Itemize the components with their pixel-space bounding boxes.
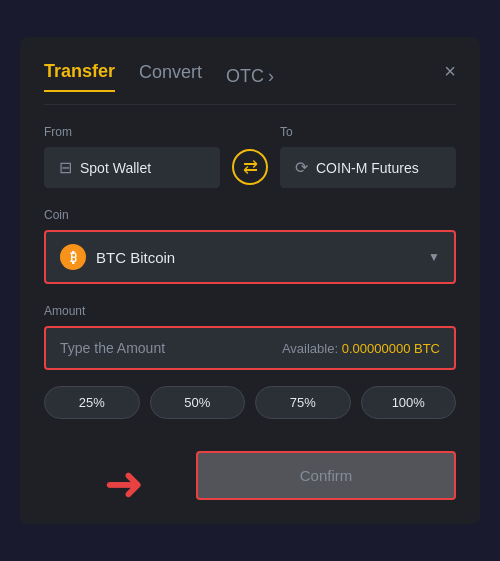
btc-icon: ₿ [60,244,86,270]
available-text: Available: 0.00000000 BTC [282,341,440,356]
amount-section: Amount Available: 0.00000000 BTC [44,304,456,370]
to-wallet-box: To ⟳ COIN-M Futures [280,125,456,188]
swap-button[interactable]: ⇄ [232,149,268,185]
amount-input[interactable] [60,340,282,356]
pct-25-button[interactable]: 25% [44,386,140,419]
from-wallet-name: Spot Wallet [80,160,151,176]
swap-icon: ⇄ [232,149,268,185]
to-label: To [280,125,456,139]
from-label: From [44,125,220,139]
pct-75-button[interactable]: 75% [255,386,351,419]
futures-icon: ⟳ [295,158,308,177]
confirm-button[interactable]: Confirm [196,451,456,500]
percentage-row: 25% 50% 75% 100% [44,386,456,419]
coin-name: BTC Bitcoin [96,249,418,266]
amount-box: Available: 0.00000000 BTC [44,326,456,370]
transfer-modal: Transfer Convert OTC › × From ⊟ Spot Wal… [20,37,480,524]
pct-100-button[interactable]: 100% [361,386,457,419]
wallet-icon: ⊟ [59,158,72,177]
amount-label: Amount [44,304,456,318]
available-amount: 0.00000000 BTC [342,341,440,356]
coin-label: Coin [44,208,456,222]
transfer-section: From ⊟ Spot Wallet ⇄ To ⟳ COIN-M Futures [44,125,456,188]
tab-transfer[interactable]: Transfer [44,61,115,92]
modal-header: Transfer Convert OTC › × [44,61,456,105]
to-wallet-select[interactable]: ⟳ COIN-M Futures [280,147,456,188]
arrow-indicator: ➜ [104,460,144,508]
pct-50-button[interactable]: 50% [150,386,246,419]
coin-select-dropdown[interactable]: ₿ BTC Bitcoin ▼ [44,230,456,284]
from-wallet-box: From ⊟ Spot Wallet [44,125,220,188]
confirm-row: ➜ Confirm [44,451,456,500]
coin-section: Coin ₿ BTC Bitcoin ▼ [44,208,456,284]
tab-otc[interactable]: OTC › [226,66,274,87]
from-wallet-select[interactable]: ⊟ Spot Wallet [44,147,220,188]
coin-dropdown-arrow: ▼ [428,250,440,264]
tab-convert[interactable]: Convert [139,62,202,91]
close-button[interactable]: × [444,61,456,81]
to-wallet-name: COIN-M Futures [316,160,419,176]
